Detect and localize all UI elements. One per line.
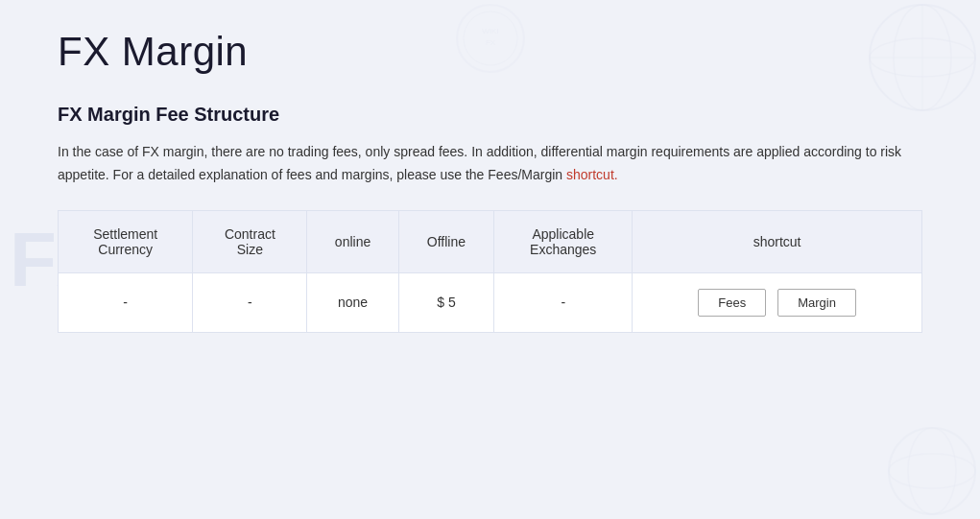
- description-start: In the case of FX margin, there are no t…: [58, 144, 901, 182]
- header-shortcut: shortcut: [633, 210, 922, 272]
- header-settlement-currency: SettlementCurrency: [59, 210, 193, 272]
- header-offline: Offline: [398, 210, 494, 272]
- page-title: FX Margin: [58, 29, 922, 75]
- svg-point-11: [889, 454, 975, 488]
- fees-button[interactable]: Fees: [698, 289, 766, 317]
- globe-bottom-right-icon: [884, 423, 980, 519]
- table-header-row: SettlementCurrency ContractSize online O…: [59, 210, 922, 272]
- cell-settlement-currency: -: [59, 272, 193, 332]
- cell-offline: $ 5: [398, 272, 494, 332]
- header-contract-size: ContractSize: [193, 210, 307, 272]
- table-row: - - none $ 5 - Fees Margin: [59, 272, 922, 332]
- description-text: In the case of FX margin, there are no t…: [58, 141, 921, 187]
- header-online: online: [307, 210, 398, 272]
- margin-button[interactable]: Margin: [777, 289, 856, 317]
- shortcut-link[interactable]: shortcut.: [566, 167, 618, 182]
- header-applicable-exchanges: ApplicableExchanges: [494, 210, 633, 272]
- cell-applicable-exchanges: -: [494, 272, 633, 332]
- section-title: FX Margin Fee Structure: [58, 104, 922, 126]
- svg-point-9: [889, 428, 975, 514]
- svg-point-10: [908, 428, 956, 514]
- main-content: FX Margin FX Margin Fee Structure In the…: [0, 0, 980, 362]
- cell-online: none: [307, 272, 398, 332]
- cell-contract-size: -: [193, 272, 307, 332]
- cell-shortcut: Fees Margin: [633, 272, 922, 332]
- fee-structure-table: SettlementCurrency ContractSize online O…: [58, 210, 922, 333]
